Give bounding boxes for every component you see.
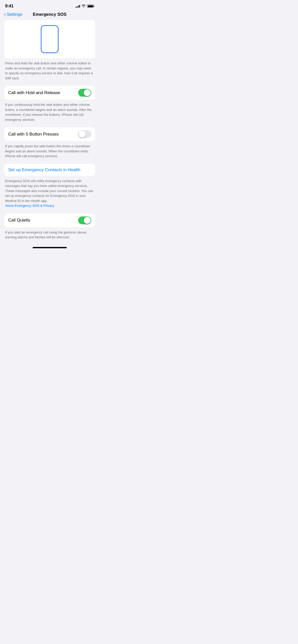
toggle-knob-2 xyxy=(79,131,86,138)
battery-icon xyxy=(87,5,94,8)
call-quietly-card: Call Quietly xyxy=(4,213,95,227)
nav-bar: ‹ Settings Emergency SOS xyxy=(0,11,99,20)
main-content: Press and hold the side button and eithe… xyxy=(0,20,99,240)
home-indicator xyxy=(0,245,99,250)
emergency-contacts-card[interactable]: Set up Emergency Contacts in Health xyxy=(4,164,95,176)
hold-release-card: Call with Hold and Release xyxy=(4,86,95,100)
five-presses-label: Call with 5 Button Presses xyxy=(8,132,59,137)
status-time: 9:41 xyxy=(5,4,13,9)
phone-illustration-card xyxy=(4,20,95,58)
toggle-knob-3 xyxy=(84,217,91,224)
call-quietly-label: Call Quietly xyxy=(8,218,30,223)
five-presses-description: If you rapidly press the side button fiv… xyxy=(5,144,94,159)
hold-release-toggle[interactable] xyxy=(78,89,91,97)
status-bar: 9:41 xyxy=(0,0,99,11)
phone-illustration xyxy=(41,25,59,53)
hold-release-label: Call with Hold and Release xyxy=(8,90,60,95)
status-icons xyxy=(75,5,94,8)
home-bar xyxy=(33,247,67,248)
page-title: Emergency SOS xyxy=(33,12,66,17)
chevron-left-icon: ‹ xyxy=(4,11,6,17)
back-label: Settings xyxy=(7,12,22,17)
hold-description: Press and hold the side button and eithe… xyxy=(5,61,94,81)
five-presses-toggle[interactable] xyxy=(78,130,91,138)
toggle-knob xyxy=(84,89,91,96)
wifi-icon xyxy=(82,5,86,8)
back-button[interactable]: ‹ Settings xyxy=(4,12,22,17)
five-presses-row: Call with 5 Button Presses xyxy=(8,127,91,141)
call-quietly-toggle[interactable] xyxy=(78,216,91,224)
privacy-link[interactable]: About Emergency SOS & Privacy xyxy=(5,204,54,208)
call-quietly-description: If you start an emergency call using the… xyxy=(5,230,94,240)
five-presses-card: Call with 5 Button Presses xyxy=(4,127,95,141)
signal-icon xyxy=(75,5,80,8)
hold-release-row: Call with Hold and Release xyxy=(8,86,91,100)
hold-release-description: If you continuously hold the side button… xyxy=(5,102,94,122)
emergency-contacts-link[interactable]: Set up Emergency Contacts in Health xyxy=(8,167,80,172)
privacy-description: Emergency SOS will notify emergency cont… xyxy=(5,179,94,208)
call-quietly-row: Call Quietly xyxy=(8,213,91,227)
